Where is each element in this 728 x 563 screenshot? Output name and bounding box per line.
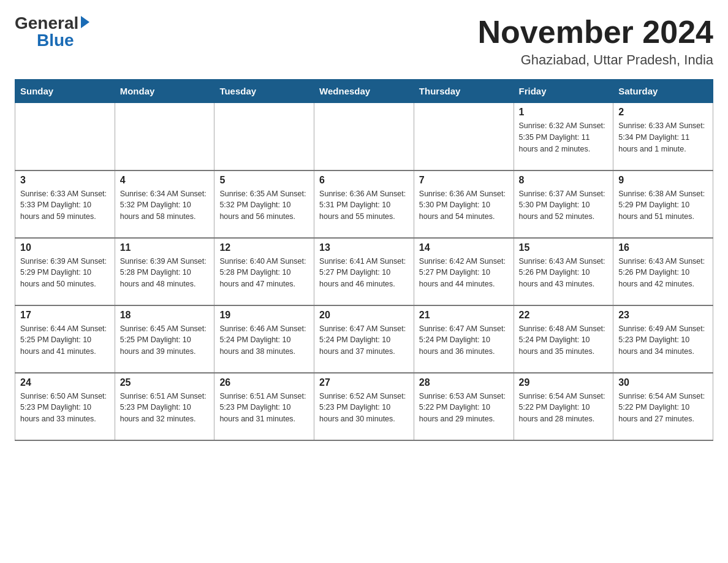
calendar-cell: 23Sunrise: 6:49 AM Sunset: 5:23 PM Dayli… (613, 305, 713, 373)
calendar-cell: 6Sunrise: 6:36 AM Sunset: 5:31 PM Daylig… (314, 170, 414, 238)
weekday-header-tuesday: Tuesday (214, 80, 314, 103)
calendar-cell: 30Sunrise: 6:54 AM Sunset: 5:22 PM Dayli… (613, 373, 713, 440)
weekday-header-monday: Monday (115, 80, 214, 103)
calendar-cell: 25Sunrise: 6:51 AM Sunset: 5:23 PM Dayli… (115, 373, 214, 440)
day-number: 4 (120, 175, 210, 186)
calendar-cell: 5Sunrise: 6:35 AM Sunset: 5:32 PM Daylig… (214, 170, 314, 238)
calendar-cell: 4Sunrise: 6:34 AM Sunset: 5:32 PM Daylig… (115, 170, 214, 238)
weekday-header-wednesday: Wednesday (314, 80, 414, 103)
day-number: 17 (20, 310, 110, 321)
day-number: 15 (519, 242, 609, 253)
calendar-cell: 17Sunrise: 6:44 AM Sunset: 5:25 PM Dayli… (15, 305, 115, 373)
day-number: 29 (519, 377, 609, 388)
weekday-header-saturday: Saturday (613, 80, 713, 103)
day-info: Sunrise: 6:54 AM Sunset: 5:22 PM Dayligh… (519, 391, 609, 425)
calendar-table: SundayMondayTuesdayWednesdayThursdayFrid… (15, 79, 713, 441)
calendar-cell: 26Sunrise: 6:51 AM Sunset: 5:23 PM Dayli… (214, 373, 314, 440)
day-number: 3 (20, 175, 110, 186)
day-number: 23 (618, 310, 708, 321)
calendar-cell (115, 103, 214, 170)
day-info: Sunrise: 6:47 AM Sunset: 5:24 PM Dayligh… (419, 323, 509, 358)
day-info: Sunrise: 6:46 AM Sunset: 5:24 PM Dayligh… (219, 323, 309, 358)
calendar-cell: 22Sunrise: 6:48 AM Sunset: 5:24 PM Dayli… (514, 305, 613, 373)
day-number: 18 (120, 310, 210, 321)
day-number: 20 (319, 310, 409, 321)
logo: General Blue (15, 15, 89, 49)
calendar-cell (214, 103, 314, 170)
day-number: 21 (419, 310, 509, 321)
day-info: Sunrise: 6:54 AM Sunset: 5:22 PM Dayligh… (618, 391, 708, 425)
calendar-cell: 14Sunrise: 6:42 AM Sunset: 5:27 PM Dayli… (414, 238, 514, 305)
weekday-header-row: SundayMondayTuesdayWednesdayThursdayFrid… (15, 80, 713, 103)
day-number: 22 (519, 310, 609, 321)
day-info: Sunrise: 6:34 AM Sunset: 5:32 PM Dayligh… (120, 188, 210, 223)
day-number: 13 (319, 242, 409, 253)
day-info: Sunrise: 6:52 AM Sunset: 5:23 PM Dayligh… (319, 391, 409, 425)
weekday-header-friday: Friday (514, 80, 613, 103)
day-info: Sunrise: 6:42 AM Sunset: 5:27 PM Dayligh… (419, 256, 509, 290)
day-number: 5 (219, 175, 309, 186)
calendar-week-row: 3Sunrise: 6:33 AM Sunset: 5:33 PM Daylig… (15, 170, 713, 238)
day-info: Sunrise: 6:39 AM Sunset: 5:29 PM Dayligh… (20, 256, 110, 290)
calendar-week-row: 24Sunrise: 6:50 AM Sunset: 5:23 PM Dayli… (15, 373, 713, 440)
calendar-cell: 21Sunrise: 6:47 AM Sunset: 5:24 PM Dayli… (414, 305, 514, 373)
calendar-header: SundayMondayTuesdayWednesdayThursdayFrid… (15, 80, 713, 103)
calendar-cell: 27Sunrise: 6:52 AM Sunset: 5:23 PM Dayli… (314, 373, 414, 440)
day-info: Sunrise: 6:33 AM Sunset: 5:34 PM Dayligh… (618, 120, 708, 155)
calendar-week-row: 17Sunrise: 6:44 AM Sunset: 5:25 PM Dayli… (15, 305, 713, 373)
day-info: Sunrise: 6:33 AM Sunset: 5:33 PM Dayligh… (20, 188, 110, 223)
day-info: Sunrise: 6:41 AM Sunset: 5:27 PM Dayligh… (319, 256, 409, 290)
day-info: Sunrise: 6:48 AM Sunset: 5:24 PM Dayligh… (519, 323, 609, 358)
calendar-cell: 19Sunrise: 6:46 AM Sunset: 5:24 PM Dayli… (214, 305, 314, 373)
calendar-cell: 15Sunrise: 6:43 AM Sunset: 5:26 PM Dayli… (514, 238, 613, 305)
calendar-cell: 13Sunrise: 6:41 AM Sunset: 5:27 PM Dayli… (314, 238, 414, 305)
day-info: Sunrise: 6:40 AM Sunset: 5:28 PM Dayligh… (219, 256, 309, 290)
calendar-cell: 29Sunrise: 6:54 AM Sunset: 5:22 PM Dayli… (514, 373, 613, 440)
day-number: 8 (519, 175, 609, 186)
day-info: Sunrise: 6:51 AM Sunset: 5:23 PM Dayligh… (120, 391, 210, 425)
day-number: 7 (419, 175, 509, 186)
page-header: General Blue November 2024 Ghaziabad, Ut… (15, 15, 713, 68)
calendar-cell: 28Sunrise: 6:53 AM Sunset: 5:22 PM Dayli… (414, 373, 514, 440)
calendar-cell: 1Sunrise: 6:32 AM Sunset: 5:35 PM Daylig… (514, 103, 613, 170)
calendar-cell: 7Sunrise: 6:36 AM Sunset: 5:30 PM Daylig… (414, 170, 514, 238)
day-number: 2 (618, 107, 708, 118)
day-info: Sunrise: 6:39 AM Sunset: 5:28 PM Dayligh… (120, 256, 210, 290)
calendar-cell: 11Sunrise: 6:39 AM Sunset: 5:28 PM Dayli… (115, 238, 214, 305)
day-number: 1 (519, 107, 609, 118)
day-info: Sunrise: 6:38 AM Sunset: 5:29 PM Dayligh… (618, 188, 708, 223)
calendar-cell: 10Sunrise: 6:39 AM Sunset: 5:29 PM Dayli… (15, 238, 115, 305)
day-info: Sunrise: 6:36 AM Sunset: 5:30 PM Dayligh… (419, 188, 509, 223)
calendar-cell: 24Sunrise: 6:50 AM Sunset: 5:23 PM Dayli… (15, 373, 115, 440)
day-number: 24 (20, 377, 110, 388)
calendar-cell (414, 103, 514, 170)
day-info: Sunrise: 6:36 AM Sunset: 5:31 PM Dayligh… (319, 188, 409, 223)
day-info: Sunrise: 6:50 AM Sunset: 5:23 PM Dayligh… (20, 391, 110, 425)
day-number: 11 (120, 242, 210, 253)
day-info: Sunrise: 6:49 AM Sunset: 5:23 PM Dayligh… (618, 323, 708, 358)
day-info: Sunrise: 6:32 AM Sunset: 5:35 PM Dayligh… (519, 120, 609, 155)
logo-general-text: General (15, 15, 78, 32)
calendar-cell: 8Sunrise: 6:37 AM Sunset: 5:30 PM Daylig… (514, 170, 613, 238)
day-info: Sunrise: 6:45 AM Sunset: 5:25 PM Dayligh… (120, 323, 210, 358)
day-number: 16 (618, 242, 708, 253)
logo-arrow-icon (81, 16, 89, 28)
day-number: 12 (219, 242, 309, 253)
day-number: 26 (219, 377, 309, 388)
day-info: Sunrise: 6:44 AM Sunset: 5:25 PM Dayligh… (20, 323, 110, 358)
calendar-cell: 16Sunrise: 6:43 AM Sunset: 5:26 PM Dayli… (613, 238, 713, 305)
calendar-body: 1Sunrise: 6:32 AM Sunset: 5:35 PM Daylig… (15, 103, 713, 440)
day-number: 25 (120, 377, 210, 388)
calendar-cell (15, 103, 115, 170)
day-info: Sunrise: 6:47 AM Sunset: 5:24 PM Dayligh… (319, 323, 409, 358)
day-number: 30 (618, 377, 708, 388)
calendar-cell: 12Sunrise: 6:40 AM Sunset: 5:28 PM Dayli… (214, 238, 314, 305)
calendar-cell: 20Sunrise: 6:47 AM Sunset: 5:24 PM Dayli… (314, 305, 414, 373)
calendar-week-row: 10Sunrise: 6:39 AM Sunset: 5:29 PM Dayli… (15, 238, 713, 305)
calendar-cell: 3Sunrise: 6:33 AM Sunset: 5:33 PM Daylig… (15, 170, 115, 238)
calendar-title-block: November 2024 Ghaziabad, Uttar Pradesh, … (478, 15, 713, 68)
calendar-month-year: November 2024 (478, 15, 713, 50)
day-number: 10 (20, 242, 110, 253)
calendar-week-row: 1Sunrise: 6:32 AM Sunset: 5:35 PM Daylig… (15, 103, 713, 170)
day-number: 6 (319, 175, 409, 186)
